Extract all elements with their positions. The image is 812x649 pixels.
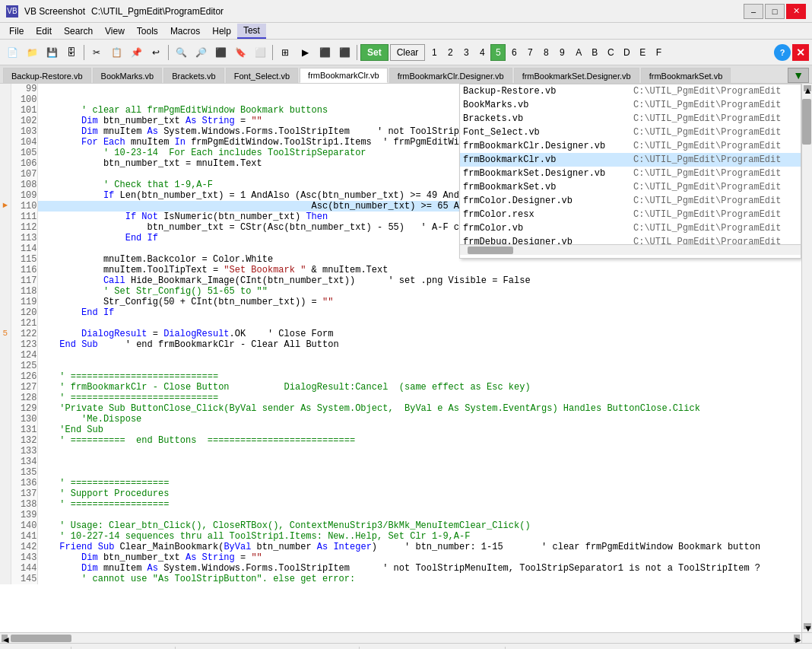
code-line-content[interactable]: ' =========================== [37,393,801,403]
code-line-content[interactable]: 'Me.Dispose [37,414,801,425]
toolbar-num-9[interactable]: 9 [554,44,569,61]
code-line-content[interactable] [37,350,801,361]
stop-button[interactable]: ⬛ [335,43,354,62]
code-line-content[interactable] [37,361,801,371]
dropdown-item[interactable]: frmColor.resxC:\UTIL_PgmEdit\ProgramEdit [460,208,801,221]
dropdown-hscroll-thumb[interactable] [468,247,513,254]
tab-frmBookmarkClr-Designer-vb[interactable]: frmBookmarkClr.Designer.vb [389,68,512,83]
paste-button[interactable]: 📌 [127,43,145,62]
code-line-content[interactable]: ' ================== [37,499,801,510]
tab-Font_Select-vb[interactable]: Font_Select.vb [226,68,298,83]
menu-item-macros[interactable]: Macros [164,24,206,38]
vscroll-thumb[interactable] [802,99,811,145]
dropdown-item[interactable]: Font_Select.vbC:\UTIL_PgmEdit\ProgramEdi… [460,126,801,139]
menu-item-test[interactable]: Test [237,24,266,39]
minimize-button[interactable]: – [744,4,763,19]
bookmark-button[interactable]: 🔖 [231,43,249,62]
help-button[interactable]: ? [774,44,791,61]
save-button[interactable]: 💾 [43,43,61,62]
code-line-content[interactable]: ' 10-227-14 sequences thru all ToolStrip… [37,531,801,542]
code-line-content[interactable] [37,467,801,478]
hscroll-right-arrow[interactable]: ► [794,635,800,642]
dropdown-item[interactable]: frmColor.vbC:\UTIL_PgmEdit\ProgramEdit [460,221,801,235]
code-line-content[interactable] [37,318,801,329]
toolbar-letter-D[interactable]: D [619,44,634,61]
open-button[interactable]: 📁 [23,43,41,62]
grid-button[interactable]: ⊞ [276,43,294,62]
hscroll-left-arrow[interactable]: ◄ [2,635,8,642]
code-line-content[interactable]: Friend Sub Clear_MainBookmark(ByVal btn_… [37,542,801,552]
menu-item-file[interactable]: File [3,24,30,38]
clear-button[interactable]: Clear [390,44,426,61]
code-line-content[interactable] [37,446,801,457]
tab-Backup-Restore-vb[interactable]: Backup-Restore.vb [3,68,91,83]
code-line-content[interactable]: End Sub ' end frmBookmarkClr - Clear All… [37,339,801,350]
editor-vscroll[interactable]: ▲ ▼ [801,84,812,632]
menu-item-help[interactable]: Help [206,24,237,38]
dropdown-item[interactable]: frmBookmarkSet.vbC:\UTIL_PgmEdit\Program… [460,180,801,194]
hscroll-thumb[interactable] [11,635,71,642]
code-line-content[interactable] [37,457,801,467]
menu-item-search[interactable]: Search [58,24,99,38]
toolbar-num-7[interactable]: 7 [522,44,538,61]
replace-button[interactable]: ⬛ [211,43,230,62]
code-line-content[interactable]: ' Usage: Clear_btn_Click(), CloseRTBox()… [37,520,801,531]
toolbar-num-2[interactable]: 2 [442,44,458,61]
undo-button[interactable]: ↩ [147,43,165,62]
dropdown-item[interactable]: BookMarks.vbC:\UTIL_PgmEdit\ProgramEdit [460,98,801,112]
code-line-content[interactable]: ' cannot use "As ToolStripButton". else … [37,574,801,584]
code-line-content[interactable]: DialogResult = DialogResult.OK ' Close F… [37,329,801,339]
toolbar-letter-A[interactable]: A [571,44,586,61]
toolbar-letter-B[interactable]: B [587,44,602,61]
tab-frmBookmarkSet-Designer-vb[interactable]: frmBookmarkSet.Designer.vb [514,68,639,83]
code-line-content[interactable]: mnuItem.ToolTipText = "Set Bookmark " & … [37,265,801,275]
code-line-content[interactable]: 'Private Sub ButtonClose_Click(ByVal sen… [37,403,801,414]
toolbar-num-8[interactable]: 8 [538,44,553,61]
toolbar-num-4[interactable]: 4 [474,44,490,61]
dropdown-hscroll[interactable] [460,244,801,255]
menu-item-tools[interactable]: Tools [131,24,164,38]
dropdown-item[interactable]: frmBookmarkClr.Designer.vbC:\UTIL_PgmEdi… [460,139,801,153]
toolbar-num-5[interactable]: 5 [490,44,506,61]
tab-frmBookmarkSet-vb[interactable]: frmBookmarkSet.vb [641,68,731,83]
toolbar-letter-F[interactable]: F [651,44,666,61]
file-dropdown[interactable]: Backup-Restore.vbC:\UTIL_PgmEdit\Program… [459,84,801,259]
code-line-content[interactable]: Dim btn_number_txt As String = "" [37,552,801,563]
goto-button[interactable]: ⬜ [251,43,269,62]
set-button[interactable]: Set [360,44,389,61]
code-line-content[interactable]: Call Hide_Bookmark_Image(CInt(btn_number… [37,275,801,286]
code-line-content[interactable]: ' Set Str_Config() 51-65 to "" [37,286,801,297]
dropdown-item[interactable]: frmColor.Designer.vbC:\UTIL_PgmEdit\Prog… [460,194,801,208]
dropdown-item[interactable]: frmBookmarkClr.vbC:\UTIL_PgmEdit\Program… [460,153,801,167]
dropdown-item[interactable]: frmBookmarkSet.Designer.vbC:\UTIL_PgmEdi… [460,167,801,180]
toolbar-letter-C[interactable]: C [603,44,618,61]
vscroll-up-arrow[interactable]: ▲ [804,85,811,91]
dropdown-item[interactable]: Brackets.vbC:\UTIL_PgmEdit\ProgramEdit [460,112,801,126]
code-line-content[interactable]: ' Support Procedures [37,488,801,499]
copy-button[interactable]: 📋 [107,43,125,62]
dropdown-item[interactable]: Backup-Restore.vbC:\UTIL_PgmEdit\Program… [460,84,801,98]
menu-item-view[interactable]: View [99,24,131,38]
toolbar-num-1[interactable]: 1 [427,44,442,61]
menu-item-edit[interactable]: Edit [30,24,58,38]
cut-button[interactable]: ✂ [87,43,106,62]
save-all-button[interactable]: 🗄 [62,43,81,62]
code-line-content[interactable] [37,510,801,520]
toolbar-num-3[interactable]: 3 [458,44,474,61]
run-button[interactable]: ▶ [296,43,314,62]
code-line-content[interactable]: 'End Sub [37,425,801,435]
vscroll-down-arrow[interactable]: ▼ [804,623,811,629]
tab-BookMarks-vb[interactable]: BookMarks.vb [93,68,163,83]
code-line-content[interactable]: Str_Config(50 + CInt(btn_number_txt)) = … [37,297,801,307]
toolbar-num-6[interactable]: 6 [506,44,522,61]
code-editor[interactable]: 99100101 ' clear all frmPgmEditWindow Bo… [0,84,801,632]
code-line-content[interactable]: ' =========================== [37,371,801,382]
maximize-button[interactable]: □ [765,4,785,19]
code-line-content[interactable]: End If [37,307,801,318]
code-line-content[interactable]: ' frmBookmarkClr - Close Button DialogRe… [37,382,801,393]
close-editor-button[interactable]: ✕ [792,44,809,61]
new-button[interactable]: 📄 [3,43,21,62]
toolbar-letter-E[interactable]: E [635,44,650,61]
tabs-arrow[interactable]: ▼ [788,68,809,83]
find-button[interactable]: 🔍 [172,43,190,62]
